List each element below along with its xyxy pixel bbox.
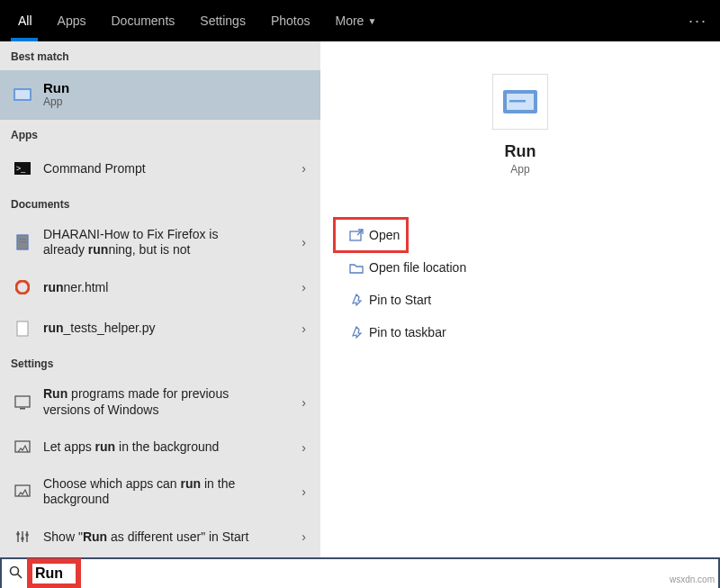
action-pin-to-start[interactable]: Pin to Start — [335, 284, 706, 316]
svg-line-24 — [18, 574, 22, 579]
tab-more[interactable]: More▼ — [322, 0, 389, 41]
result-label: Run programs made for previousversions o… — [43, 386, 298, 418]
active-tab-indicator — [11, 38, 38, 41]
choose-apps-icon — [11, 484, 34, 499]
folder-icon — [344, 262, 369, 274]
section-documents: Documents — [0, 189, 320, 218]
chevron-right-icon: › — [298, 321, 310, 336]
watermark: wsxdn.com — [670, 574, 715, 584]
search-icon — [9, 565, 22, 582]
chevron-right-icon: › — [298, 440, 310, 455]
section-settings: Settings — [0, 348, 320, 377]
result-label: Choose which apps can run in thebackgrou… — [43, 476, 298, 508]
section-best-match: Best match — [0, 41, 320, 70]
result-label: runner.html — [43, 280, 298, 296]
result-setting-1[interactable]: Let apps run in the background › — [0, 427, 320, 467]
result-command-prompt[interactable]: >_ Command Prompt › — [0, 149, 320, 189]
search-bar[interactable] — [0, 557, 720, 588]
chevron-right-icon: › — [298, 280, 310, 294]
svg-point-7 — [16, 281, 29, 294]
result-label: run_tests_helper.py — [43, 321, 298, 337]
search-input[interactable] — [35, 565, 73, 582]
opera-icon — [11, 280, 34, 294]
svg-rect-5 — [19, 239, 26, 240]
result-doc-1[interactable]: runner.html › — [0, 267, 320, 308]
svg-rect-1 — [15, 90, 30, 99]
chevron-down-icon: ▼ — [367, 16, 376, 26]
preview-type: App — [510, 163, 529, 176]
preview-panel: Run App Open Open file location Pin to S… — [320, 41, 720, 557]
tab-photos[interactable]: Photos — [258, 0, 323, 41]
action-pin-to-taskbar[interactable]: Pin to taskbar — [335, 316, 706, 348]
action-open-file-location[interactable]: Open file location — [335, 251, 706, 284]
section-apps: Apps — [0, 120, 320, 149]
result-label: Show "Run as different user" in Start — [43, 529, 298, 546]
tab-documents[interactable]: Documents — [98, 0, 187, 41]
action-open[interactable]: Open — [335, 219, 407, 251]
preview-run-icon — [492, 74, 548, 130]
run-icon — [11, 86, 34, 103]
svg-point-17 — [21, 538, 24, 541]
result-title: Run — [43, 80, 69, 95]
terminal-icon: >_ — [11, 162, 34, 175]
search-input-highlight — [30, 561, 78, 586]
chevron-right-icon: › — [298, 235, 310, 249]
result-setting-0[interactable]: Run programs made for previousversions o… — [0, 377, 320, 427]
search-filter-tabs: All Apps Documents Settings Photos More▼… — [0, 0, 720, 41]
open-icon — [344, 229, 369, 241]
svg-rect-6 — [19, 241, 26, 242]
sliders-icon — [11, 529, 34, 544]
document-icon — [11, 234, 34, 250]
background-apps-icon — [11, 440, 34, 455]
more-options-button[interactable]: ··· — [688, 12, 707, 31]
pin-icon — [344, 326, 369, 339]
chevron-right-icon: › — [298, 395, 310, 410]
result-doc-0[interactable]: DHARANI-How to Fix Firefox is already ru… — [0, 218, 320, 267]
pin-icon — [344, 294, 369, 306]
svg-point-16 — [16, 533, 20, 537]
chevron-right-icon: › — [298, 529, 310, 544]
tab-all[interactable]: All — [5, 0, 45, 41]
svg-point-18 — [25, 534, 29, 538]
result-run-app[interactable]: Run App — [0, 70, 320, 120]
tab-settings[interactable]: Settings — [187, 0, 258, 41]
file-icon — [11, 321, 34, 337]
result-doc-2[interactable]: run_tests_helper.py › — [0, 308, 320, 348]
svg-rect-21 — [509, 100, 526, 103]
result-label: DHARANI-How to Fix Firefox is already ru… — [43, 227, 298, 258]
result-setting-3[interactable]: Show "Run as different user" in Start › — [0, 517, 320, 557]
result-label: Let apps run in the background — [43, 439, 298, 456]
compatibility-icon — [11, 395, 34, 410]
svg-rect-10 — [20, 408, 25, 410]
result-setting-2[interactable]: Choose which apps can run in thebackgrou… — [0, 467, 320, 517]
preview-title: Run — [505, 142, 536, 161]
chevron-right-icon: › — [298, 484, 310, 499]
tab-apps[interactable]: Apps — [45, 0, 99, 41]
chevron-right-icon: › — [298, 161, 310, 176]
svg-text:>_: >_ — [16, 164, 26, 173]
results-panel: Best match Run App Apps >_ Command Promp… — [0, 41, 320, 557]
svg-rect-8 — [17, 321, 28, 336]
svg-rect-9 — [15, 396, 30, 407]
result-type: App — [43, 95, 69, 109]
svg-point-23 — [11, 567, 19, 575]
